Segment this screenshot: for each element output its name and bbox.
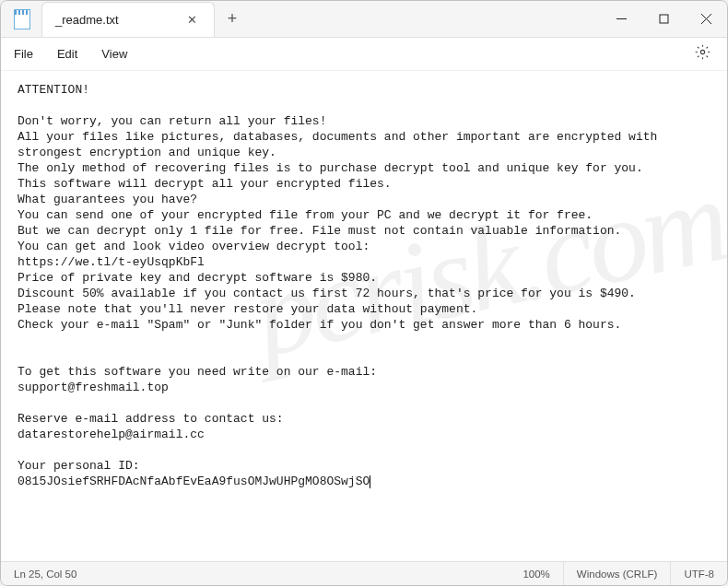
minimize-button[interactable] (600, 1, 642, 38)
status-position: Ln 25, Col 50 (1, 562, 277, 585)
statusbar: Ln 25, Col 50 100% Windows (CRLF) UTF-8 (1, 561, 727, 585)
menu-view[interactable]: View (101, 47, 127, 61)
svg-point-4 (700, 50, 704, 53)
text-area[interactable]: pcrisk.com ATTENTION! Don't worry, you c… (1, 71, 727, 561)
svg-rect-1 (660, 15, 668, 23)
settings-button[interactable] (691, 41, 714, 67)
window-controls (600, 1, 727, 38)
titlebar: _readme.txt ✕ + (1, 1, 727, 38)
status-encoding: UTF-8 (671, 562, 727, 585)
status-lineending: Windows (CRLF) (564, 562, 672, 585)
status-zoom[interactable]: 100% (510, 562, 563, 585)
new-tab-button[interactable]: + (215, 9, 251, 29)
menubar: File Edit View (1, 38, 727, 71)
close-window-button[interactable] (685, 1, 727, 38)
menu-file[interactable]: File (14, 47, 33, 61)
document-text: ATTENTION! Don't worry, you can return a… (18, 82, 710, 489)
maximize-button[interactable] (642, 1, 685, 38)
close-icon[interactable]: ✕ (183, 11, 201, 29)
tab-title: _readme.txt (55, 13, 119, 27)
menu-edit[interactable]: Edit (57, 47, 77, 61)
tab-active[interactable]: _readme.txt ✕ (41, 2, 215, 37)
notepad-window: _readme.txt ✕ + File Edit View (0, 0, 728, 586)
notepad-icon (14, 9, 30, 29)
